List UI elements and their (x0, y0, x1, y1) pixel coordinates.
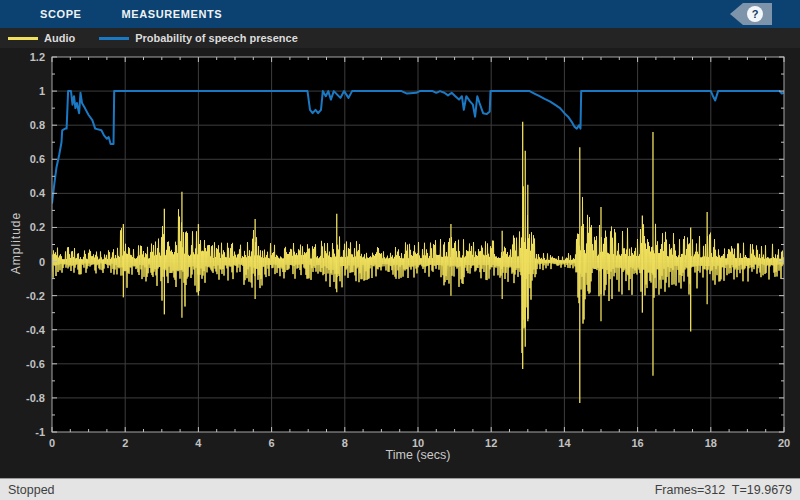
svg-text:1: 1 (39, 85, 45, 97)
svg-text:-0.2: -0.2 (26, 290, 45, 302)
legend: Audio Probability of speech presence (0, 28, 800, 48)
svg-text:0.4: 0.4 (30, 187, 46, 199)
svg-text:0.6: 0.6 (30, 153, 45, 165)
svg-text:1.2: 1.2 (30, 51, 45, 63)
legend-label-probability: Probability of speech presence (135, 32, 298, 44)
help-icon: ? (747, 6, 763, 22)
tab-scope[interactable]: SCOPE (36, 0, 86, 28)
frames-time-readout: Frames=312 T=19.9679 (655, 483, 792, 497)
svg-text:-0.6: -0.6 (26, 358, 45, 370)
legend-item-audio[interactable]: Audio (8, 32, 75, 44)
status-bar: Stopped Frames=312 T=19.9679 (0, 478, 800, 500)
figure-area[interactable]: 02468101214161820-1-0.8-0.6-0.4-0.200.20… (0, 48, 800, 478)
svg-text:-1: -1 (35, 426, 45, 438)
y-axis-label: Amplitude (9, 193, 23, 293)
status-text: Stopped (8, 483, 55, 497)
svg-text:-0.4: -0.4 (26, 324, 46, 336)
svg-text:-0.8: -0.8 (26, 392, 45, 404)
x-axis-label: Time (secs) (52, 448, 784, 462)
svg-text:0: 0 (39, 256, 45, 268)
svg-text:0.2: 0.2 (30, 221, 45, 233)
legend-item-probability[interactable]: Probability of speech presence (99, 32, 298, 44)
probability-line-swatch (99, 37, 129, 40)
legend-label-audio: Audio (44, 32, 75, 44)
plot[interactable]: 02468101214161820-1-0.8-0.6-0.4-0.200.20… (0, 48, 800, 478)
scope-window: SCOPE MEASUREMENTS ? Audio Probability o… (0, 0, 800, 500)
help-button[interactable]: ? (730, 3, 772, 25)
tab-measurements[interactable]: MEASUREMENTS (118, 0, 227, 28)
svg-text:0.8: 0.8 (30, 119, 45, 131)
toolstrip: SCOPE MEASUREMENTS ? (0, 0, 800, 28)
audio-line-swatch (8, 37, 38, 40)
